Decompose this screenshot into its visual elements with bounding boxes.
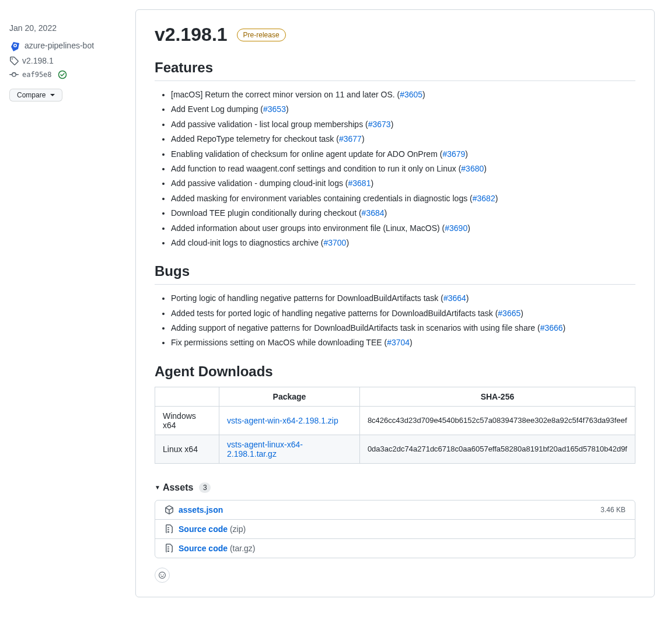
compare-label: Compare (17, 91, 46, 99)
package-link[interactable]: vsts-agent-linux-x64-2.198.1.tar.gz (227, 440, 303, 459)
collapse-triangle-icon: ▼ (155, 484, 160, 491)
asset-ext: (tar.gz) (228, 544, 255, 553)
verified-icon (58, 70, 67, 79)
changelog-item: Fix permissions setting on MacOS while d… (171, 336, 635, 349)
asset-ext: (zip) (228, 524, 246, 534)
asset-row: Source code (zip) (155, 519, 635, 538)
features-list: [macOS] Return the correct minor version… (155, 88, 635, 249)
package-link[interactable]: vsts-agent-win-x64-2.198.1.zip (227, 416, 338, 425)
features-heading: Features (155, 60, 635, 81)
pr-link[interactable]: #3605 (400, 90, 422, 99)
asset-row: Source code (tar.gz) (155, 538, 635, 558)
changelog-item: Added masking for environment variables … (171, 192, 635, 205)
pr-link[interactable]: #3700 (323, 238, 346, 247)
pr-link[interactable]: #3666 (540, 323, 563, 332)
assets-toggle[interactable]: ▼ Assets 3 (155, 482, 635, 493)
release-sidebar: Jan 20, 2022 azure-pipelines-bot v2.198.… (9, 9, 126, 597)
package-cell: vsts-agent-win-x64-2.198.1.zip (219, 406, 360, 435)
changelog-item: Add function to read waagent.conf settin… (171, 162, 635, 175)
compare-button[interactable]: Compare (9, 89, 62, 102)
download-row: Linux x64vsts-agent-linux-x64-2.198.1.ta… (155, 435, 635, 463)
pr-link[interactable]: #3653 (263, 104, 286, 114)
changelog-item: Added RepoType telemetry for checkout ta… (171, 132, 635, 145)
pr-link[interactable]: #3673 (368, 120, 391, 129)
pr-link[interactable]: #3682 (473, 194, 495, 203)
svg-point-1 (15, 45, 16, 47)
changelog-item: Enabling validation of checksum for onli… (171, 148, 635, 160)
bugs-heading: Bugs (155, 263, 635, 285)
col-sha: SHA-256 (359, 387, 635, 406)
smiley-icon (159, 570, 166, 580)
tag-icon (9, 56, 19, 65)
changelog-item: Porting logic of handling negative patte… (171, 292, 635, 304)
zip-icon (165, 544, 174, 553)
pr-link[interactable]: #3681 (348, 178, 371, 188)
release-header: v2.198.1 Pre-release (155, 24, 635, 46)
prerelease-badge: Pre-release (237, 29, 286, 41)
package-icon (165, 505, 174, 514)
sha-cell: 0da3ac2dc74a271dc6718c0aa6057effa58280a8… (359, 435, 635, 463)
col-package: Package (219, 387, 360, 406)
release-tag[interactable]: v2.198.1 (9, 56, 126, 65)
changelog-item: Download TEE plugin conditionally during… (171, 206, 635, 219)
pr-link[interactable]: #3665 (498, 309, 520, 318)
reactions (155, 568, 635, 583)
assets-section: ▼ Assets 3 assets.json3.46 KBSource code… (155, 482, 635, 558)
pr-link[interactable]: #3677 (339, 134, 362, 144)
asset-name: Source code (tar.gz) (179, 544, 625, 553)
asset-name: assets.json (179, 505, 600, 514)
changelog-item: Add Event Log dumping (#3653) (171, 103, 635, 116)
changelog-item: Add cloud-init logs to diagnostics archi… (171, 236, 635, 249)
asset-link[interactable]: Source code (179, 544, 228, 553)
sha-cell: 8c426cc43d23d709e4540b6152c57a08394738ee… (359, 406, 635, 435)
changelog-item: Added information about user groups into… (171, 222, 635, 235)
changelog-item: Add passive validation - list local grou… (171, 118, 635, 131)
tag-name: v2.198.1 (22, 56, 54, 65)
release-title: v2.198.1 (155, 24, 228, 46)
pr-link[interactable]: #3680 (461, 164, 484, 173)
zip-icon (165, 524, 174, 534)
asset-row: assets.json3.46 KB (155, 501, 635, 519)
changelog-item: Added tests for ported logic of handling… (171, 307, 635, 320)
pr-link[interactable]: #3684 (362, 208, 385, 218)
release-body: v2.198.1 Pre-release Features [macOS] Re… (135, 9, 655, 597)
assets-heading: Assets (163, 482, 193, 493)
col-platform (155, 387, 219, 406)
download-row: Windows x64vsts-agent-win-x64-2.198.1.zi… (155, 406, 635, 435)
changelog-item: Adding support of negative patterns for … (171, 321, 635, 334)
platform-cell: Linux x64 (155, 435, 219, 463)
pr-link[interactable]: #3690 (445, 223, 467, 233)
dropdown-caret-icon (50, 94, 55, 96)
package-cell: vsts-agent-linux-x64-2.198.1.tar.gz (219, 435, 360, 463)
changelog-item: [macOS] Return the correct minor version… (171, 88, 635, 101)
commit-icon (9, 70, 19, 79)
assets-list: assets.json3.46 KBSource code (zip)Sourc… (155, 500, 635, 558)
platform-cell: Windows x64 (155, 406, 219, 435)
changelog-item: Add passive validation - dumping cloud-i… (171, 177, 635, 190)
bugs-list: Porting logic of handling negative patte… (155, 292, 635, 349)
pr-link[interactable]: #3704 (387, 338, 410, 347)
asset-name: Source code (zip) (179, 524, 625, 534)
downloads-table: Package SHA-256 Windows x64vsts-agent-wi… (155, 387, 635, 464)
release-author[interactable]: azure-pipelines-bot (9, 40, 126, 51)
asset-link[interactable]: assets.json (179, 505, 223, 514)
add-reaction-button[interactable] (155, 568, 170, 583)
author-link[interactable]: azure-pipelines-bot (25, 41, 94, 50)
assets-count: 3 (199, 482, 211, 493)
author-avatar-icon (9, 40, 21, 51)
asset-size: 3.46 KB (600, 506, 625, 514)
release-date: Jan 20, 2022 (9, 23, 126, 33)
release-commit[interactable]: eaf95e8 (9, 70, 126, 79)
asset-link[interactable]: Source code (179, 524, 228, 534)
pr-link[interactable]: #3679 (442, 149, 465, 159)
pr-link[interactable]: #3664 (443, 293, 466, 303)
downloads-heading: Agent Downloads (155, 363, 635, 380)
commit-sha: eaf95e8 (22, 71, 52, 79)
